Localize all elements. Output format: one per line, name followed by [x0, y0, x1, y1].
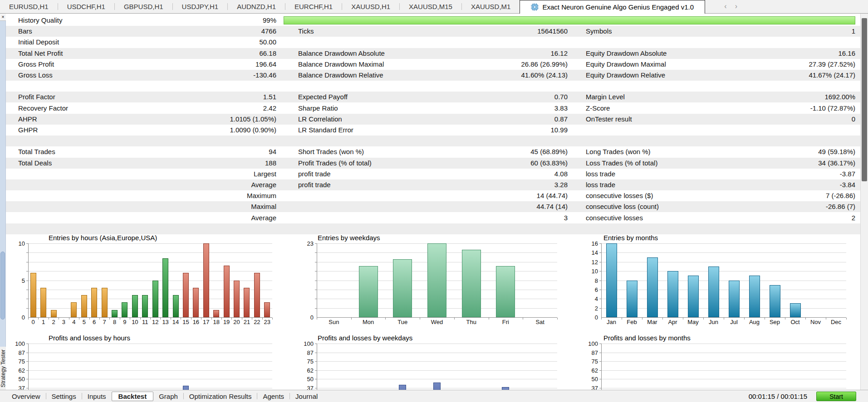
bar-13 [162, 258, 168, 317]
bar-19 [224, 266, 230, 317]
tab-label: USDCHF,H1 [67, 3, 105, 10]
bar-17 [203, 243, 209, 317]
x-axis-label: 5 [79, 319, 89, 325]
report-tab-gbpusd-h1[interactable]: GBPUSD,H1 [115, 0, 172, 13]
stat-left-value: 188 [165, 158, 276, 169]
start-button[interactable]: Start [816, 392, 856, 401]
report-tab-exact-neuron-genuine-algo-genius-engaged-v1-0[interactable]: Exact Neuron Genuine Algo Genius Engaged… [520, 0, 705, 14]
stat-right-value: 7 (-26.86) [727, 190, 855, 201]
tabs-scroll-right-icon[interactable]: › [735, 2, 737, 10]
strategy-tester-window: EURUSD,H1USDCHF,H1GBPUSD,H1USDJPY,H1AUDN… [0, 0, 868, 402]
gridline [28, 271, 272, 271]
stat-left-value: -130.46 [165, 70, 276, 81]
y-axis-label: 75 [579, 358, 598, 364]
bar-wed [427, 243, 446, 317]
bottom-tab-graph[interactable]: Graph [153, 392, 183, 401]
bottom-tab-settings[interactable]: Settings [46, 392, 82, 401]
stat-mid-label: Ticks [298, 26, 452, 37]
stats-row: Gross Loss-130.46Balance Drawdown Relati… [6, 70, 860, 81]
stat-mid-label: Sharpe Ratio [298, 103, 452, 114]
stat-left-value: 196.64 [165, 59, 276, 70]
x-axis-label: 14 [171, 319, 181, 325]
bar-21 [244, 288, 250, 317]
report-tab-xauusd-m15[interactable]: XAUUSD,M15 [400, 0, 461, 13]
bar-6 [91, 288, 97, 317]
stat-mid-label: Balance Drawdown Relative [298, 70, 452, 81]
stat-mid-label: profit trade [298, 179, 452, 190]
x-axis-label: 11 [140, 319, 150, 325]
stats-row: Recovery Factor2.42Sharpe Ratio3.83Z-Sco… [6, 103, 860, 114]
y-axis-label: 50 [579, 376, 598, 382]
stat-mid-label: profit trade [298, 169, 452, 179]
stat-left-value: 1.51 [165, 92, 276, 102]
y-axis-label: 37 [579, 385, 598, 390]
gridline [601, 308, 846, 309]
left-scrollbar[interactable]: × Strategy Tester [0, 14, 6, 390]
x-axis-label: Sun [317, 319, 351, 325]
x-axis-label: 18 [211, 319, 221, 325]
report-tab-xauusd-h1[interactable]: XAUUSD,H1 [342, 0, 399, 13]
stat-right-label: Long Trades (won %) [586, 146, 722, 157]
bottom-tab-optimization-results[interactable]: Optimization Results [184, 392, 257, 401]
bottom-tab-backtest[interactable]: Backtest [112, 392, 154, 401]
x-axis-label: 15 [181, 319, 191, 325]
close-panel-button[interactable]: × [0, 14, 6, 21]
gridline [28, 388, 272, 388]
stat-mid-value: 4.08 [455, 169, 568, 179]
report-tab-xauusd-m1[interactable]: XAUUSD,M1 [462, 0, 520, 13]
x-axis-label: Sep [765, 319, 785, 325]
stat-mid-label: Short Trades (won %) [298, 146, 452, 157]
stat-mid-value: 0.87 [455, 114, 568, 125]
right-scrollbar[interactable] [860, 14, 868, 390]
report-tab-eurchf-h1[interactable]: EURCHF,H1 [285, 0, 342, 13]
gridline [28, 262, 272, 262]
stat-left-value: Average [165, 213, 276, 223]
stat-left-value: 66.18 [165, 48, 276, 59]
bar-apr [667, 271, 678, 317]
y-axis [28, 344, 29, 390]
y-axis-label: 2 [579, 305, 598, 311]
left-scrollbar-thumb[interactable] [0, 252, 5, 320]
tabs-scroll-left-icon[interactable]: ‹ [724, 2, 726, 10]
stat-left-value: Average [165, 179, 276, 190]
stat-mid-label: LR Correlation [298, 114, 452, 125]
x-axis-label: Wed [420, 319, 454, 325]
stats-row [6, 81, 860, 92]
bar-may [688, 276, 699, 317]
y-axis-label: 62 [294, 368, 314, 373]
stat-mid-value: 26.86 (26.99%) [455, 59, 568, 70]
report-tab-eurusd-h1[interactable]: EURUSD,H1 [0, 0, 58, 13]
x-axis [317, 317, 557, 318]
bottom-tab-journal[interactable]: Journal [290, 392, 323, 401]
stat-left-label: AHPR [18, 114, 163, 125]
bar-wed [433, 383, 441, 390]
stats-row [6, 136, 860, 146]
report-tab-usdjpy-h1[interactable]: USDJPY,H1 [173, 0, 228, 13]
bottom-tab-agents[interactable]: Agents [257, 392, 289, 401]
bottom-tab-inputs[interactable]: Inputs [82, 392, 112, 401]
gridline [601, 361, 846, 362]
report-tab-audnzd-h1[interactable]: AUDNZD,H1 [228, 0, 285, 13]
gridline [317, 379, 557, 379]
bar-tue [399, 385, 406, 390]
chart-title: Entries by hours (Asia,Europe,USA) [49, 234, 157, 242]
strategy-tester-vertical-tab[interactable]: Strategy Tester [0, 347, 6, 390]
x-tick [557, 318, 558, 320]
bottom-tab-overview[interactable]: Overview [6, 392, 46, 401]
report-tab-usdchf-h1[interactable]: USDCHF,H1 [58, 0, 114, 13]
bar-fri [496, 266, 515, 317]
stat-right-value: 41.67% (24.17) [727, 70, 855, 81]
tab-nav-arrows: ‹ › [724, 0, 737, 13]
stat-mid-label: Profit Trades (% of total) [298, 158, 452, 169]
stat-mid-value: 44.74 (14) [455, 201, 568, 212]
stat-right-value: 0 [727, 114, 855, 125]
stat-right-value: 16.16 [727, 48, 855, 59]
stats-row: Total Trades94Short Trades (won %)45 (68… [6, 146, 860, 157]
x-axis-label: Nov [805, 319, 826, 325]
gridline [601, 281, 846, 281]
x-axis-label: 13 [160, 319, 170, 325]
gridline [601, 344, 846, 344]
right-scrollbar-thumb[interactable] [862, 18, 867, 181]
x-axis-label: 10 [130, 319, 140, 325]
x-axis-label: Mon [351, 319, 386, 325]
